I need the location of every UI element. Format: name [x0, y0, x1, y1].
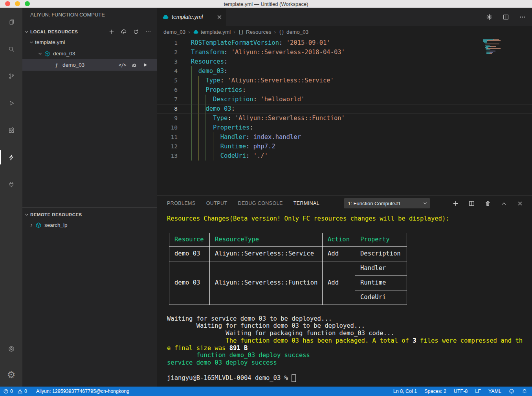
status-eol[interactable]: LF: [475, 389, 481, 394]
panel-tab-output[interactable]: OUTPUT: [206, 195, 227, 211]
source-control-icon: [8, 73, 15, 79]
panel-tab-debug-console[interactable]: DEBUG CONSOLE: [238, 195, 283, 211]
code-text: Type: 'Aliyun::Serverless::Service': [178, 76, 334, 85]
activity-account-icon[interactable]: [0, 339, 22, 358]
code-line-7[interactable]: 7 Description: 'helloworld': [157, 95, 532, 104]
code-line-9[interactable]: 9 Type: 'Aliyun::Serverless::Function': [157, 113, 532, 123]
account-icon: [8, 346, 15, 352]
code-line-13[interactable]: 13 CodeUri: './': [157, 151, 532, 161]
status-cursor-position[interactable]: Ln 8, Col 1: [393, 389, 417, 394]
terminal-line: Waiting for service demo_03 to be deploy…: [167, 315, 532, 323]
line-number: 10: [157, 123, 178, 132]
breadcrumb-demo-03-3[interactable]: {}demo_03: [279, 29, 308, 35]
symbol-braces-icon: {}: [238, 29, 244, 35]
chevron-down-icon: [37, 51, 43, 57]
activity-settings-gear-icon[interactable]: ⚙: [0, 365, 22, 384]
cell-resource: demo_03: [169, 246, 210, 261]
col-action: Action: [323, 233, 355, 246]
code-line-6[interactable]: 6 Properties:: [157, 85, 532, 95]
breadcrumb-template-yml-1[interactable]: template.yml: [193, 29, 231, 35]
breadcrumb-demo-03-0[interactable]: demo_03: [163, 29, 185, 35]
maximize-panel-icon[interactable]: [501, 200, 507, 207]
more-icon[interactable]: [145, 29, 151, 35]
breadcrumb-resources-2[interactable]: {}Resources: [238, 29, 272, 35]
deploy-icon[interactable]: [486, 14, 493, 20]
deploy-cloud-icon[interactable]: [121, 29, 127, 35]
terminal-picker[interactable]: 1: Function Compute#1: [344, 198, 430, 208]
activity-function-compute-icon[interactable]: [0, 148, 22, 167]
code-line-8[interactable]: 8 demo_03:: [157, 104, 532, 113]
code-line-3[interactable]: 3Resources:: [157, 57, 532, 66]
breadcrumb-label: demo_03: [286, 29, 308, 35]
status-errors[interactable]: 0: [3, 389, 13, 394]
code-text: Description: 'helloworld': [178, 95, 305, 104]
code-line-12[interactable]: 12 Runtime: php7.2: [157, 142, 532, 151]
run-play-icon[interactable]: [142, 62, 148, 68]
activity-source-control-icon[interactable]: [0, 67, 22, 86]
breadcrumb-label: template.yml: [201, 29, 231, 35]
line-number: 12: [157, 142, 178, 151]
cell-resource: demo_03: [169, 261, 210, 305]
code-line-4[interactable]: 4 demo_03:: [157, 66, 532, 76]
more-actions-icon[interactable]: [519, 14, 526, 20]
status-notifications[interactable]: [522, 389, 527, 394]
minimap[interactable]: [483, 39, 527, 54]
section-header-remote-resources[interactable]: REMOTE RESOURCES: [22, 210, 157, 219]
terminal[interactable]: Resources Changes(Beta version! Only FC …: [157, 211, 532, 387]
section-header-local-resources[interactable]: LOCAL RESOURCES: [22, 27, 157, 36]
code-editor[interactable]: 1ROSTemplateFormatVersion: '2015-09-01'2…: [157, 38, 532, 195]
code-line-11[interactable]: 11 Handler: index.handler: [157, 132, 532, 142]
code-line-10[interactable]: 10 Properties:: [157, 123, 532, 132]
activity-run-debug-icon[interactable]: [0, 94, 22, 113]
line-number: 7: [157, 95, 178, 104]
editor-actions: [486, 8, 532, 26]
activity-files-icon[interactable]: [0, 13, 22, 31]
line-number: 3: [157, 57, 178, 66]
split-editor-icon[interactable]: [503, 14, 509, 20]
close-tab-icon[interactable]: [216, 14, 223, 20]
new-terminal-icon[interactable]: [452, 200, 459, 207]
panel-tab-terminal[interactable]: TERMINAL: [294, 195, 319, 211]
activity-plugin-icon[interactable]: [0, 175, 22, 194]
status-warnings[interactable]: 0: [17, 389, 27, 394]
activity-extensions-icon[interactable]: [0, 121, 22, 140]
tab-label: template.yml: [172, 14, 203, 20]
close-panel-icon[interactable]: [517, 200, 523, 207]
refresh-icon[interactable]: [133, 29, 139, 35]
cell-property: Handler: [355, 261, 407, 276]
symbol-braces-icon: {}: [279, 29, 284, 35]
add-icon[interactable]: [108, 29, 115, 35]
table-row: demo_03 Aliyun::Serverless::Function Add…: [169, 261, 407, 276]
activity-search-icon[interactable]: [0, 40, 22, 58]
tree-item-template-yml[interactable]: template.yml: [22, 36, 157, 48]
terminal-line: Waiting for function demo_03 to be deplo…: [167, 322, 532, 330]
zoom-window-button[interactable]: [25, 1, 30, 6]
split-terminal-icon[interactable]: [468, 200, 475, 207]
service-cube-icon: [35, 222, 42, 228]
tree-item-search-ip[interactable]: search_ip: [22, 219, 157, 231]
code-line-1[interactable]: 1ROSTemplateFormatVersion: '2015-09-01': [157, 38, 532, 47]
code-icon[interactable]: </>: [119, 62, 126, 68]
code-text: demo_03:: [178, 66, 227, 76]
kill-terminal-icon[interactable]: [484, 200, 491, 207]
col-property: Property: [355, 233, 407, 246]
panel-tab-problems[interactable]: PROBLEMS: [167, 195, 196, 211]
close-window-button[interactable]: [5, 1, 10, 6]
sidebar: ALIYUN: FUNCTION COMPUTE LOCAL RESOURCES…: [22, 8, 157, 387]
status-language-mode[interactable]: YAML: [488, 389, 501, 394]
tree-item-demo-03[interactable]: ƒdemo_03</>: [22, 59, 157, 71]
code-line-2[interactable]: 2Transform: 'Aliyun::Serverless-2018-04-…: [157, 47, 532, 57]
tree-item-demo-03[interactable]: demo_03: [22, 48, 157, 59]
minimize-window-button[interactable]: [15, 1, 20, 6]
tab-template-yml[interactable]: template.yml: [157, 8, 226, 26]
cell-type: Aliyun::Serverless::Service: [210, 246, 323, 261]
status-indentation[interactable]: Spaces: 2: [424, 389, 446, 394]
breadcrumb-separator: ›: [233, 29, 235, 35]
status-feedback[interactable]: [509, 389, 514, 394]
status-aliyun-account[interactable]: Aliyun: 1295939377467795@cn-hongkong: [36, 389, 129, 394]
code-line-5[interactable]: 5 Type: 'Aliyun::Serverless::Service': [157, 76, 532, 85]
debug-bug-icon[interactable]: [131, 62, 137, 68]
close-icon: [216, 14, 223, 20]
table-header-row: Resource ResourceType Action Property: [169, 233, 407, 246]
status-encoding[interactable]: UTF-8: [454, 389, 468, 394]
